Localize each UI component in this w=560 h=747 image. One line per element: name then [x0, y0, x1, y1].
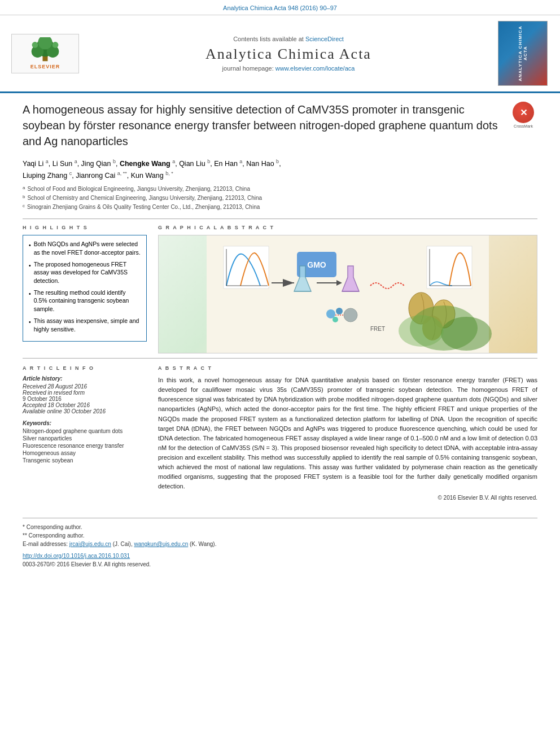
article-info-column: A R T I C L E I N F O Article history: R… — [23, 365, 147, 501]
svg-point-29 — [399, 315, 444, 347]
top-bar: Analytica Chimica Acta 948 (2016) 90–97 — [0, 0, 560, 15]
corresponding-note-1: * Corresponding author. — [23, 523, 537, 531]
bullet-icon-3: • — [29, 290, 31, 313]
journal-header: ELSEVIER Contents lists available at Sci… — [0, 15, 560, 93]
keywords-list: Nitrogen-doped graphene quantum dots Sil… — [23, 428, 147, 464]
bullet-icon-2: • — [29, 261, 31, 285]
highlight-item-4: • This assay was inexpensive, simple and… — [29, 317, 141, 333]
svg-point-5 — [32, 42, 38, 48]
graphical-abstract-image: GMO — [158, 235, 537, 353]
abstract-text: In this work, a novel homogeneous assay … — [158, 375, 537, 491]
affiliation-b: b School of Chemistry and Chemical Engin… — [23, 194, 537, 203]
svg-rect-24 — [427, 246, 472, 289]
journal-cover-image: ANALYTICA CHIMICA ACTA — [498, 21, 548, 86]
journal-homepage-link[interactable]: www.elsevier.com/locate/aca — [275, 65, 355, 72]
keyword-3: Fluorescence resonance energy transfer — [23, 443, 147, 449]
email-line: E-mail addresses: jrcai@ujs.edu.cn (J. C… — [23, 540, 537, 548]
email-link-2[interactable]: wangkun@ujs.edu.cn — [134, 541, 188, 547]
history-group: Article history: Received 28 August 2016… — [23, 375, 147, 414]
email-label: E-mail addresses: — [23, 541, 68, 547]
copyright-notice: © 2016 Elsevier B.V. All rights reserved… — [158, 495, 537, 501]
keyword-4: Homogeneous assay — [23, 450, 147, 456]
journal-homepage: journal homepage: www.elsevier.com/locat… — [85, 65, 492, 72]
article-title: A homogeneous assay for highly sensitive… — [23, 102, 504, 149]
footer-divider — [23, 518, 537, 518]
keywords-label: Keywords: — [23, 420, 147, 426]
elsevier-tree-icon — [23, 37, 68, 63]
bullet-icon-4: • — [29, 318, 31, 333]
abstract-header: A B S T R A C T — [158, 365, 537, 371]
highlight-item-1: • Both NGQDs and AgNPs were selected as … — [29, 240, 141, 256]
email-name-2: K. Wang — [191, 541, 213, 547]
svg-point-6 — [53, 42, 59, 48]
article-title-section: A homogeneous assay for highly sensitive… — [23, 102, 537, 149]
email-name-1: J. Cai — [115, 541, 129, 547]
affiliation-c: c Sinograin Zhenjiang Grains & Oils Qual… — [23, 203, 537, 212]
article-info-box: Article history: Received 28 August 2016… — [23, 375, 147, 464]
corresponding-note-2: ** Corresponding author. — [23, 531, 537, 540]
graphical-abstract-header: G R A P H I C A L A B S T R A C T — [158, 225, 537, 230]
svg-point-14 — [326, 309, 335, 318]
svg-text:FRET: FRET — [370, 326, 385, 332]
svg-point-16 — [333, 317, 338, 322]
journal-cover-container: ANALYTICA CHIMICA ACTA — [498, 21, 549, 86]
crossmark-label: CrossMark — [514, 124, 533, 128]
abstract-column: A B S T R A C T In this work, a novel ho… — [158, 365, 537, 501]
keyword-5: Transgenic soybean — [23, 457, 147, 464]
received-date: Received 28 August 2016 — [23, 383, 147, 390]
divider-2 — [23, 358, 537, 359]
issn-line: 0003-2670/© 2016 Elsevier B.V. All right… — [23, 561, 537, 567]
history-label: Article history: — [23, 375, 147, 382]
highlights-column: H I G H L I G H T S • Both NGQDs and AgN… — [23, 225, 147, 353]
highlights-box: • Both NGQDs and AgNPs were selected as … — [23, 235, 147, 342]
authors: Yaqi Li a, Li Sun a, Jing Qian b, Chengk… — [23, 158, 537, 181]
available-date: Available online 30 October 2016 — [23, 408, 147, 414]
journal-reference-link[interactable]: Analytica Chimica Acta 948 (2016) 90–97 — [223, 5, 337, 11]
doi-link[interactable]: http://dx.doi.org/10.1016/j.aca.2016.10.… — [23, 553, 130, 559]
svg-point-15 — [336, 308, 343, 314]
graphical-abstract-column: G R A P H I C A L A B S T R A C T — [158, 225, 537, 353]
svg-text:GMO: GMO — [307, 260, 326, 269]
main-content: A homogeneous assay for highly sensitive… — [0, 93, 560, 506]
crossmark-icon: ✕ — [513, 102, 534, 123]
sciencedirect-link[interactable]: ScienceDirect — [305, 36, 344, 42]
elsevier-logo-container: ELSEVIER — [11, 34, 79, 73]
journal-title: Analytica Chimica Acta — [85, 46, 492, 63]
doi-line: http://dx.doi.org/10.1016/j.aca.2016.10.… — [23, 553, 537, 559]
svg-point-17 — [344, 308, 357, 322]
bullet-icon-1: • — [29, 241, 31, 256]
highlights-header: H I G H L I G H T S — [23, 225, 147, 230]
elsevier-logo: ELSEVIER — [11, 34, 79, 73]
keywords-group: Keywords: Nitrogen-doped graphene quantu… — [23, 420, 147, 464]
journal-center: Contents lists available at ScienceDirec… — [85, 36, 492, 72]
footer-notes: * Corresponding author. ** Corresponding… — [23, 523, 537, 548]
contents-line: Contents lists available at ScienceDirec… — [85, 36, 492, 42]
footer-content: * Corresponding author. ** Corresponding… — [0, 523, 560, 573]
affiliations: a School of Food and Biological Engineer… — [23, 185, 537, 212]
revised-date: 9 October 2016 — [23, 396, 147, 402]
highlights-graphical-section: H I G H L I G H T S • Both NGQDs and AgN… — [23, 225, 537, 353]
svg-point-28 — [441, 317, 492, 351]
accepted-date: Accepted 18 October 2016 — [23, 402, 147, 408]
keyword-2: Silver nanoparticles — [23, 435, 147, 442]
email-link-1[interactable]: jrcai@ujs.edu.cn — [69, 541, 111, 547]
highlight-item-2: • The proposed homogeneous FRET assay wa… — [29, 260, 141, 285]
article-info-header: A R T I C L E I N F O — [23, 365, 147, 371]
keyword-1: Nitrogen-doped graphene quantum dots — [23, 428, 147, 434]
graphical-abstract-svg: GMO — [159, 235, 537, 353]
elsevier-label: ELSEVIER — [30, 64, 60, 69]
crossmark-container: ✕ CrossMark — [509, 102, 537, 128]
affiliation-a: a School of Food and Biological Engineer… — [23, 185, 537, 194]
highlight-item-3: • The resulting method could identify 0.… — [29, 289, 141, 313]
revised-label: Received in revised form — [23, 390, 147, 396]
article-info-abstract-section: A R T I C L E I N F O Article history: R… — [23, 365, 537, 501]
divider-1 — [23, 219, 537, 219]
